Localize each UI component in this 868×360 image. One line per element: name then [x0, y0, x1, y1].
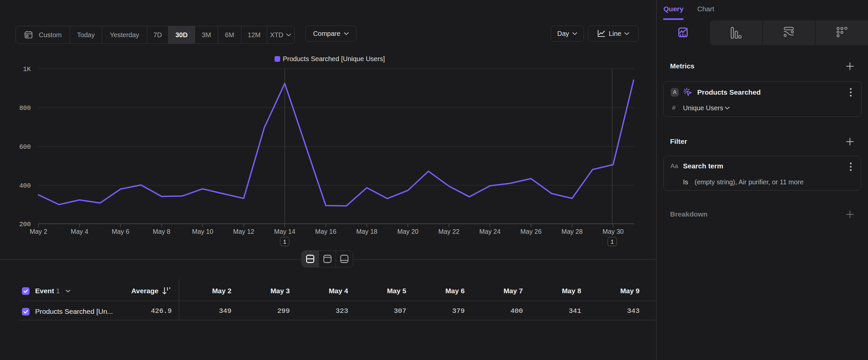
- svg-text:May 16: May 16: [315, 228, 337, 235]
- svg-text:May 20: May 20: [397, 228, 418, 235]
- svg-text:May 8: May 8: [153, 228, 170, 235]
- svg-text:200: 200: [19, 221, 31, 228]
- svg-text:1: 1: [611, 239, 614, 245]
- svg-text:600: 600: [19, 143, 31, 151]
- svg-text:May 26: May 26: [521, 228, 542, 235]
- svg-text:400: 400: [19, 182, 31, 190]
- svg-text:May 22: May 22: [438, 228, 460, 235]
- svg-text:May 12: May 12: [233, 228, 254, 235]
- svg-text:May 4: May 4: [71, 228, 88, 235]
- svg-text:800: 800: [19, 105, 31, 112]
- svg-text:May 18: May 18: [356, 228, 377, 235]
- svg-text:May 30: May 30: [602, 228, 624, 235]
- svg-text:1: 1: [283, 239, 286, 245]
- svg-text:May 10: May 10: [192, 228, 213, 235]
- svg-text:May 24: May 24: [479, 228, 501, 235]
- svg-text:May 6: May 6: [112, 228, 129, 235]
- svg-text:May 14: May 14: [274, 228, 296, 235]
- svg-text:May 2: May 2: [30, 228, 47, 235]
- svg-text:May 28: May 28: [561, 228, 583, 235]
- svg-text:1K: 1K: [23, 66, 31, 73]
